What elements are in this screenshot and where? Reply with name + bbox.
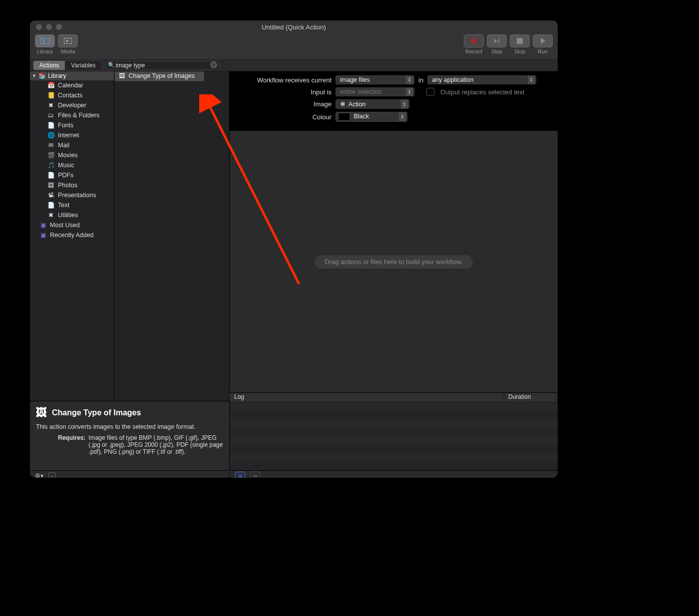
gear-icon: ✱ — [340, 101, 346, 108]
colour-select[interactable]: Black ▲▼ — [336, 112, 407, 122]
image-label: Image — [237, 100, 332, 108]
action-info-panel: 🖼 Change Type of Images This action conv… — [30, 401, 229, 470]
media-label: Media — [61, 48, 75, 54]
inbox-icon[interactable]: ⌵ — [48, 472, 55, 478]
window-title: Untitled (Quick Action) — [30, 23, 558, 31]
library-category-music[interactable]: 🎵Music — [30, 160, 114, 170]
svg-rect-4 — [517, 38, 523, 44]
library-category-mail[interactable]: ✉︎Mail — [30, 140, 114, 150]
minimize-window-icon[interactable] — [46, 24, 52, 30]
category-label: PDFs — [58, 172, 73, 179]
library-category-pdfs[interactable]: 📄PDFs — [30, 170, 114, 180]
category-label: Mail — [58, 142, 69, 149]
receives-label: Workflow receives current — [237, 76, 332, 84]
title-bar: Untitled (Quick Action) — [30, 20, 558, 33]
library-tabs-row: Actions Variables 🔍 ✕ — [30, 60, 558, 71]
library-category-photos[interactable]: 🖼Photos — [30, 180, 114, 190]
run-label: Run — [538, 48, 547, 54]
category-label: Utilities — [58, 212, 78, 219]
zoom-window-icon[interactable] — [56, 24, 62, 30]
canvas-placeholder: Drag actions or files here to build your… — [315, 255, 472, 269]
library-category-contacts[interactable]: 📒Contacts — [30, 90, 114, 100]
category-label: Fonts — [58, 122, 73, 129]
category-icon: 📅 — [47, 81, 55, 89]
preview-app-icon: 🖼 — [119, 72, 127, 80]
record-button[interactable]: Record — [464, 34, 484, 54]
image-select[interactable]: ✱ Action ▲▼ — [336, 99, 409, 109]
chevrons-icon: ▲▼ — [399, 112, 406, 121]
record-label: Record — [465, 48, 482, 54]
search-input[interactable] — [105, 61, 219, 70]
library-segmented-control: Actions Variables — [33, 60, 102, 70]
category-icon: ✖︎ — [47, 101, 55, 109]
library-category-internet[interactable]: 🌐Internet — [30, 130, 114, 140]
requires-label: Requires: — [58, 434, 85, 455]
duration-column-header[interactable]: Duration — [504, 393, 558, 402]
log-column-header[interactable]: Log — [230, 393, 504, 402]
category-label: Calendar — [58, 82, 83, 89]
category-icon: 🌐 — [47, 131, 55, 139]
category-label: Movies — [58, 152, 78, 159]
close-window-icon[interactable] — [36, 24, 42, 30]
library-category-developer[interactable]: ✖︎Developer — [30, 100, 114, 110]
info-description: This action converts images to the selec… — [36, 423, 223, 430]
colour-swatch — [338, 113, 350, 121]
workflow-canvas[interactable]: Drag actions or files here to build your… — [230, 131, 558, 392]
in-app-select[interactable]: any application ▲▼ — [427, 75, 536, 84]
output-replaces-checkbox[interactable] — [426, 88, 434, 96]
tab-actions[interactable]: Actions — [33, 61, 65, 70]
category-icon: 📒 — [47, 91, 55, 99]
library-smart-most-used[interactable]: ▣Most Used — [30, 220, 114, 230]
library-category-utilities[interactable]: ✖︎Utilities — [30, 210, 114, 220]
log-rows — [230, 402, 558, 470]
category-label: Contacts — [58, 92, 82, 99]
search-field: 🔍 ✕ — [105, 61, 219, 70]
category-icon: ✉︎ — [47, 141, 55, 149]
stop-button[interactable]: Stop — [510, 34, 530, 54]
category-icon: 📄 — [47, 121, 55, 129]
info-title: Change Type of Images — [52, 408, 141, 417]
toolbar: Library Media Record Step — [30, 33, 558, 60]
record-icon — [471, 38, 477, 44]
library-toggle-button[interactable]: Library — [35, 34, 55, 54]
status-bar: ⚙︎▾ ⌵ ▤ ▭ — [30, 470, 558, 478]
options-gear-icon[interactable]: ⚙︎▾ — [35, 472, 43, 478]
category-label: Files & Folders — [58, 112, 99, 119]
variables-view-button[interactable]: ▭ — [250, 472, 260, 478]
workflow-view-button[interactable]: ▤ — [235, 472, 245, 478]
chevrons-icon: ▲▼ — [401, 100, 408, 108]
library-category-fonts[interactable]: 📄Fonts — [30, 120, 114, 130]
category-icon: 📄 — [47, 171, 55, 179]
library-books-icon: 📚 — [38, 72, 46, 79]
action-results-list: 🖼 Change Type of Images — [114, 71, 229, 401]
log-pane: Log Duration — [230, 392, 558, 470]
disclosure-triangle-icon[interactable]: ▼ — [32, 73, 36, 78]
category-label: Developer — [58, 102, 86, 109]
receives-select[interactable]: image files ▲▼ — [336, 75, 414, 84]
step-button[interactable]: Step — [487, 34, 507, 54]
clear-search-icon[interactable]: ✕ — [210, 61, 217, 68]
tab-variables[interactable]: Variables — [65, 61, 101, 70]
library-category-movies[interactable]: 🎬Movies — [30, 150, 114, 160]
library-category-calendar[interactable]: 📅Calendar — [30, 80, 114, 90]
stop-label: Stop — [514, 48, 525, 54]
category-label: Photos — [58, 182, 77, 189]
chevrons-icon: ▲▼ — [406, 88, 413, 96]
library-smart-recently-added[interactable]: ▣Recently Added — [30, 230, 114, 240]
action-result-change-type[interactable]: 🖼 Change Type of Images — [114, 71, 204, 81]
library-root[interactable]: ▼ 📚 Library — [30, 71, 114, 80]
library-category-files-folders[interactable]: 🗂Files & Folders — [30, 110, 114, 120]
workflow-config: Workflow receives current image files ▲▼… — [230, 71, 558, 131]
svg-rect-3 — [498, 39, 499, 43]
output-replaces-label: Output replaces selected text — [440, 88, 524, 96]
library-category-text[interactable]: 📄Text — [30, 200, 114, 210]
category-icon: 📽 — [47, 191, 55, 199]
run-button[interactable]: Run — [533, 34, 553, 54]
library-category-presentations[interactable]: 📽Presentations — [30, 190, 114, 200]
category-label: Music — [58, 162, 74, 169]
category-label: Text — [58, 202, 69, 209]
chevrons-icon: ▲▼ — [406, 76, 413, 84]
media-toggle-button[interactable]: Media — [58, 34, 78, 54]
smart-folder-label: Most Used — [50, 222, 80, 229]
action-result-label: Change Type of Images — [128, 72, 195, 79]
